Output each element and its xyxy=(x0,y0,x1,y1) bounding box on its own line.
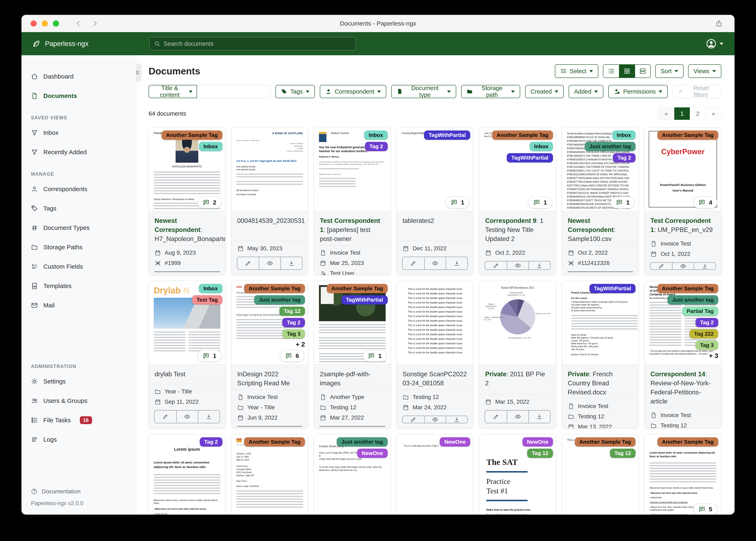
document-title[interactable]: Test Correspondent 1: [paperless] test p… xyxy=(320,216,385,244)
sort-button[interactable]: Sort xyxy=(655,64,684,78)
filter-storage-path-button[interactable]: Storage path xyxy=(461,85,520,98)
document-title[interactable]: Correspondent 14: Review-of-New-York-Fed… xyxy=(650,370,715,406)
document-card[interactable]: DrylabN InboxTest Tag 1 drylab Test Year… xyxy=(149,281,226,428)
app-brand[interactable]: Paperless-ngx xyxy=(21,39,136,48)
tag-badge[interactable]: Inbox xyxy=(612,131,636,140)
tag-badge[interactable]: Another Sample Tag xyxy=(162,131,222,140)
tag-badge[interactable]: Just another tag xyxy=(254,295,305,304)
sidebar-item-recently-added[interactable]: Recently Added xyxy=(21,143,136,162)
document-thumbnail[interactable]: Country,Region/State," TagWithPartial 1 xyxy=(397,128,473,211)
document-card[interactable]: Medical TeacherHas the new Kirkpatrick g… xyxy=(314,127,391,275)
views-button[interactable]: Views xyxy=(688,64,721,78)
zoom-window-button[interactable] xyxy=(53,20,59,27)
tag-badge[interactable]: Another Sample Tag xyxy=(244,437,305,447)
tag-badge[interactable]: NewOne xyxy=(522,437,553,447)
document-card[interactable]: Test Name123-456-7890January 2, 2022 Jul… xyxy=(231,434,308,514)
documentation-link[interactable]: Documentation xyxy=(31,488,136,495)
share-icon[interactable] xyxy=(715,19,723,28)
tag-badge[interactable]: Tag 2 xyxy=(365,142,388,151)
sidebar-item-document-types[interactable]: Document Types xyxy=(21,218,136,238)
sidebar-item-file-tasks[interactable]: File Tasks16 xyxy=(21,410,136,430)
document-title[interactable]: Sonstige ScanPC2022 03-24_081058 xyxy=(403,370,468,388)
document-title[interactable]: Newest Correspondent: Sample100.csv xyxy=(568,216,633,244)
document-thumbnail[interactable]: ✳ BANK OF SCOTLANDBank of Scotland • 108… xyxy=(232,128,308,211)
document-card[interactable]: Francja pod rzNAPOLEON BONAPARTEDojście … xyxy=(149,127,226,275)
browser-forward-icon[interactable] xyxy=(91,20,99,27)
document-title[interactable]: Newest Correspondent: H7_Napoleon_Bonapa… xyxy=(155,216,220,244)
minimize-window-button[interactable] xyxy=(42,20,48,27)
document-card[interactable]: AdoThis document contains inInDesign Scr… xyxy=(231,281,308,428)
tag-badge[interactable]: Just another tag xyxy=(585,142,636,151)
tag-badge[interactable]: Another Sample Tag xyxy=(657,437,718,447)
edit-button[interactable] xyxy=(485,262,507,270)
browser-back-icon[interactable] xyxy=(75,20,82,27)
document-card[interactable]: Another Sample TagTagWithPartial 1 2samp… xyxy=(314,281,391,428)
select-button[interactable]: Select xyxy=(555,64,598,78)
tag-badge[interactable]: Another Sample Tag xyxy=(492,131,553,140)
document-card[interactable]: Country,Region/State," TagWithPartial 1 … xyxy=(397,127,474,275)
detail-view-button[interactable] xyxy=(635,65,650,78)
filter-permissions-button[interactable]: Permissions xyxy=(608,85,668,98)
sidebar-item-dashboard[interactable]: Dashboard xyxy=(21,67,136,86)
tag-badge[interactable]: Another Sample Tag xyxy=(657,284,718,293)
document-card[interactable]: Review of of Arbitral Certainty of Award… xyxy=(644,281,721,428)
download-button[interactable] xyxy=(446,416,467,423)
tag-badge[interactable]: Another Sample Tag xyxy=(657,131,718,140)
download-button[interactable] xyxy=(611,272,633,272)
download-button[interactable] xyxy=(280,257,302,270)
download-button[interactable] xyxy=(198,410,220,423)
comment-count-badge[interactable]: 6 xyxy=(280,350,304,362)
edit-button[interactable] xyxy=(155,410,176,423)
view-button[interactable] xyxy=(589,272,611,272)
sidebar-item-inbox[interactable]: Inbox xyxy=(21,123,136,143)
download-button[interactable] xyxy=(528,262,550,270)
sidebar-item-custom-fields[interactable]: Custom Fields xyxy=(21,257,136,276)
document-card[interactable]: CyberPowerPowerPanel® Business EditionUs… xyxy=(644,127,721,275)
tag-badge[interactable]: Tag 12 xyxy=(527,449,553,458)
sidebar-item-tags[interactable]: Tags xyxy=(21,199,136,218)
edit-button[interactable] xyxy=(485,410,507,423)
document-title[interactable]: Test Correspondent 1: UM_PPBE_en_v29 xyxy=(650,216,715,235)
view-button[interactable] xyxy=(176,272,198,272)
tag-badge[interactable]: Tag 2 xyxy=(282,318,305,327)
download-button[interactable] xyxy=(280,426,302,427)
edit-button[interactable] xyxy=(320,426,341,427)
document-thumbnail[interactable]: This is a test for the double space char… xyxy=(397,281,473,364)
document-card[interactable]: This is a test Another Sample TagTag 12 xyxy=(562,434,639,514)
view-button[interactable] xyxy=(672,263,694,270)
download-button[interactable] xyxy=(528,410,550,423)
document-card[interactable]: French Country BreadFor the Leaven1 heap… xyxy=(562,281,639,428)
sidebar-item-settings[interactable]: Settings xyxy=(21,372,136,391)
user-menu[interactable] xyxy=(706,38,723,49)
tag-badge[interactable]: Just another tag xyxy=(667,295,718,304)
document-thumbnail[interactable]: Serial Number,Company Name,Employe 97881… xyxy=(562,128,639,211)
comment-count-badge[interactable]: 1 xyxy=(611,197,635,208)
sidebar-item-mail[interactable]: Mail xyxy=(21,296,136,315)
close-window-button[interactable] xyxy=(31,20,37,27)
edit-button[interactable] xyxy=(568,272,589,272)
document-thumbnail[interactable]: Test Name123-456-7890January 2, 2022 Jul… xyxy=(232,434,308,514)
sidebar-item-correspondents[interactable]: Correspondents xyxy=(21,179,136,199)
document-card[interactable]: one,1.0 five,5.0 Another Sample TagInbox… xyxy=(479,127,556,275)
document-thumbnail[interactable]: DrylabN InboxTest Tag 1 xyxy=(149,281,225,364)
edit-button[interactable] xyxy=(403,416,424,423)
download-button[interactable] xyxy=(694,263,715,270)
tag-badge[interactable]: Inbox xyxy=(364,131,387,140)
view-button[interactable] xyxy=(176,410,198,423)
document-title[interactable]: 0004814539_20230531 xyxy=(237,216,302,225)
tag-badge[interactable]: TagWithPartial xyxy=(589,284,636,293)
document-title[interactable]: Private: French Country Bread Revised.do… xyxy=(568,370,633,397)
document-thumbnail[interactable]: Contact Sheet DemoGiven a set of image f… xyxy=(314,434,391,514)
document-thumbnail[interactable]: Lorem ipsumLorem ipsum dolor sit amet, c… xyxy=(149,434,225,514)
document-card[interactable]: This is a multi page document. Page 1. N… xyxy=(397,434,474,514)
tag-badge[interactable]: Test Tag xyxy=(192,295,222,304)
edit-button[interactable] xyxy=(155,272,176,272)
document-thumbnail[interactable]: This is a multi page document. Page 1. N… xyxy=(397,434,473,514)
view-button[interactable] xyxy=(424,416,446,423)
document-title[interactable]: Private: 2011 BP Pie 2 xyxy=(485,370,550,388)
document-card[interactable]: The SATPractice Test #1Make time to take… xyxy=(479,434,556,514)
search-input[interactable] xyxy=(164,40,351,47)
document-thumbnail[interactable]: CyberPowerPowerPanel® Business EditionUs… xyxy=(645,128,721,211)
view-button[interactable] xyxy=(259,426,280,427)
document-card[interactable]: Lorem ipsumLorem ipsum dolor sit amet, c… xyxy=(149,434,226,514)
